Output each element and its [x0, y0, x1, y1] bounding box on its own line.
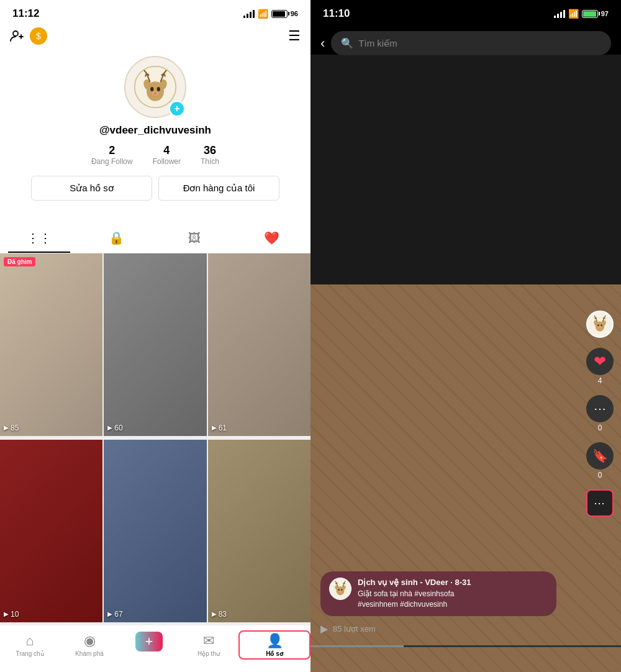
- svg-point-8: [157, 87, 160, 91]
- video-thumb-4[interactable]: ▶ 10: [0, 440, 102, 622]
- likes-count: 36: [204, 144, 216, 157]
- tag-icon: ❤️: [264, 230, 279, 245]
- view-count: 85 lượt xem: [333, 624, 376, 633]
- followers-stat: 4 Follower: [153, 144, 181, 166]
- following-stat: 2 Đang Follow: [91, 144, 133, 166]
- comment-circle: ⋯: [586, 395, 614, 422]
- svg-point-10: [154, 93, 156, 95]
- like-circle: ❤: [586, 348, 614, 375]
- bookmark-circle: 🔖: [586, 442, 614, 470]
- followers-count: 4: [163, 144, 170, 157]
- nav-home[interactable]: ⌂ Trang chủ: [0, 630, 60, 660]
- play-icon-5: ▶: [107, 611, 112, 617]
- tab-tagged[interactable]: ❤️: [233, 223, 310, 253]
- nav-add[interactable]: [119, 630, 179, 660]
- play-icon-view: ▶: [320, 623, 328, 635]
- home-icon: ⌂: [25, 633, 34, 649]
- likes-stat: 36 Thích: [201, 144, 219, 166]
- video-thumb-3[interactable]: ▶ 61: [208, 253, 310, 436]
- menu-icon[interactable]: ☰: [288, 28, 301, 44]
- status-icons-right: 📶 97: [554, 9, 609, 19]
- nav-home-label: Trang chủ: [16, 650, 43, 657]
- tab-videos[interactable]: ⋮⋮: [0, 223, 78, 253]
- more-dots-icon: ⋯: [594, 496, 606, 510]
- search-bar-area: ‹ 🔍 Tìm kiếm: [310, 27, 621, 59]
- edit-profile-button[interactable]: Sửa hồ sơ: [31, 176, 152, 201]
- time-left: 11:12: [12, 7, 39, 20]
- battery-percent-left: 96: [291, 10, 298, 17]
- like-count: 4: [598, 376, 602, 385]
- channel-text: Dịch vụ vệ sinh - VDeer · 8-31 Giặt sofa…: [358, 578, 548, 610]
- coin-icon[interactable]: $: [30, 27, 47, 45]
- grid-icon: ⋮⋮: [27, 230, 52, 245]
- channel-name: Dịch vụ vệ sinh - VDeer · 8-31: [358, 578, 548, 587]
- svg-point-24: [339, 591, 342, 593]
- video-area: ❤ 4 ⋯ 0 🔖 0 ⋯: [310, 0, 621, 672]
- bottom-nav: ⌂ Trang chủ ◉ Khám phá ✉ Hộp thư 👤 Hồ sơ: [0, 625, 310, 672]
- channel-caption: Giặt sofa tại nhà #vesinhsofa#vesinhnem …: [358, 589, 548, 610]
- battery-icon-left: [271, 10, 288, 18]
- comment-button[interactable]: ⋯ 0: [586, 395, 614, 432]
- play-icon-4: ▶: [4, 611, 9, 617]
- following-count: 2: [109, 144, 115, 157]
- heart-icon: ❤: [594, 353, 606, 370]
- lock-icon: 🔒: [109, 230, 124, 245]
- video-count-5: ▶ 67: [107, 610, 122, 619]
- video-thumb-2[interactable]: ▶ 60: [104, 253, 206, 436]
- like-button[interactable]: ❤ 4: [586, 348, 614, 385]
- tabs-row: ⋮⋮ 🔒 🖼 ❤️: [0, 223, 310, 253]
- explore-icon: ◉: [84, 633, 96, 649]
- view-count-bar: ▶ 85 lượt xem: [320, 623, 611, 635]
- top-left-actions: $: [10, 27, 47, 45]
- svg-point-16: [601, 324, 602, 326]
- nav-profile[interactable]: 👤 Hồ sơ: [238, 630, 310, 660]
- bookmark-button[interactable]: 🔖 0: [586, 442, 614, 479]
- orders-button[interactable]: Đơn hàng của tôi: [158, 176, 279, 201]
- svg-point-15: [597, 324, 599, 326]
- svg-point-17: [598, 327, 601, 329]
- nav-inbox[interactable]: ✉ Hộp thư: [179, 630, 238, 660]
- play-icon-3: ▶: [212, 424, 217, 431]
- video-thumb-6[interactable]: ▶ 83: [208, 440, 310, 622]
- video-count-6: ▶ 83: [212, 610, 227, 619]
- video-thumb-5[interactable]: ▶ 67: [104, 440, 206, 622]
- profile-icon: 👤: [266, 633, 283, 649]
- follow-plus-button[interactable]: +: [169, 101, 185, 117]
- video-count-3: ▶ 61: [212, 424, 227, 432]
- more-options-button[interactable]: ⋯: [586, 489, 614, 517]
- nav-profile-label: Hồ sơ: [266, 650, 283, 657]
- tab-saved[interactable]: 🖼: [155, 223, 233, 253]
- video-thumb-1[interactable]: Đã ghim ▶ 85: [0, 253, 102, 436]
- followers-label: Follower: [153, 157, 181, 166]
- video-top-section: [310, 55, 621, 284]
- wifi-icon: 📶: [258, 9, 268, 19]
- search-icon: 🔍: [341, 37, 353, 49]
- back-button[interactable]: ‹: [320, 35, 325, 52]
- pinned-badge: Đã ghim: [4, 257, 35, 266]
- play-icon: ▶: [4, 424, 9, 431]
- channel-avatar-action[interactable]: [586, 311, 614, 338]
- username: @vdeer_dichvuvesinh: [99, 124, 211, 137]
- channel-avatar-pill[interactable]: [329, 578, 351, 600]
- status-bar-right: 11:10 📶 97: [310, 0, 621, 25]
- svg-point-0: [13, 31, 18, 36]
- search-input[interactable]: Tìm kiếm: [358, 38, 397, 49]
- svg-point-22: [338, 589, 339, 591]
- nav-explore[interactable]: ◉ Khám phá: [60, 630, 119, 660]
- add-user-button[interactable]: [10, 29, 25, 43]
- search-input-container[interactable]: 🔍 Tìm kiếm: [331, 31, 611, 55]
- avatar-container: +: [124, 56, 186, 118]
- progress-bar[interactable]: [310, 645, 621, 647]
- add-button[interactable]: [135, 632, 163, 652]
- comment-icon: ⋯: [594, 401, 606, 416]
- likes-label: Thích: [201, 157, 219, 166]
- battery-icon-right: [582, 10, 598, 18]
- video-count-1: ▶ 85: [4, 424, 19, 432]
- stats-row: 2 Đang Follow 4 Follower 36 Thích: [91, 144, 219, 166]
- video-count-2: ▶ 60: [107, 424, 122, 432]
- status-bar-left: 11:12 📶 96: [0, 0, 310, 25]
- bookmark-count: 0: [598, 471, 602, 479]
- top-nav: $ ☰: [0, 25, 310, 50]
- tab-liked[interactable]: 🔒: [78, 223, 155, 253]
- nav-explore-label: Khám phá: [75, 650, 104, 657]
